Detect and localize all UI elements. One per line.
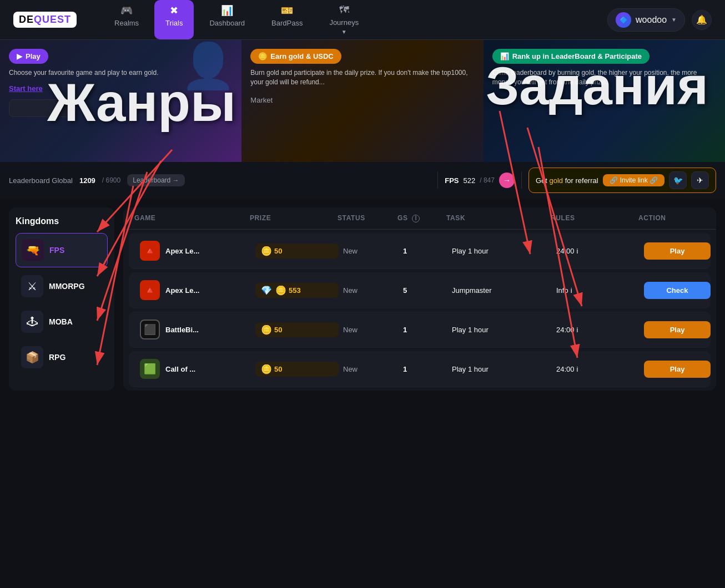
th-gs: GS i bbox=[397, 214, 442, 222]
coin-icon-1: 🪙 bbox=[261, 246, 272, 256]
banner-earn: 🪙 Earn gold & USDC Burn gold and partici… bbox=[241, 40, 483, 162]
play-button-3[interactable]: Play bbox=[644, 321, 711, 338]
notification-button[interactable]: 🔔 bbox=[692, 10, 712, 30]
game-logo-4: 🟩 bbox=[140, 359, 160, 379]
rules-2: Info i bbox=[556, 286, 640, 295]
nav-right: 🔷 woodoo ▼ 🔔 bbox=[607, 8, 712, 32]
rules-info-icon-1[interactable]: i bbox=[577, 247, 578, 255]
journeys-icon: 🗺 bbox=[339, 4, 349, 16]
nav-bardpass-label: BardPass bbox=[271, 19, 303, 27]
check-button-2[interactable]: Check bbox=[644, 282, 711, 299]
play-search-input[interactable] bbox=[9, 99, 75, 117]
referral-text: Get gold for referral bbox=[536, 176, 598, 185]
kingdom-item-rpg[interactable]: 📦 RPG bbox=[16, 341, 108, 374]
rules-info-icon-2[interactable]: i bbox=[571, 286, 572, 295]
gs-2: 5 bbox=[403, 286, 447, 295]
kingdom-item-mmorpg[interactable]: ⚔ MMORPG bbox=[16, 270, 108, 303]
prize-amount-1: 50 bbox=[274, 247, 282, 255]
prize-1: 🪙 50 bbox=[255, 244, 339, 258]
twitter-button[interactable]: 🐦 bbox=[669, 171, 687, 189]
play-badge[interactable]: ▶ Play bbox=[9, 49, 48, 64]
invite-link-button[interactable]: 🔗 Invite link 🔗 bbox=[603, 174, 664, 186]
dashboard-icon: 📊 bbox=[221, 4, 233, 17]
user-dropdown-icon: ▼ bbox=[671, 17, 677, 23]
fps-strip: FPS 522 / 847 → bbox=[445, 173, 515, 188]
task-1: Play 1 hour bbox=[452, 247, 552, 255]
strip-row: Leaderboard Global 1209 / 6900 Leaderboa… bbox=[0, 162, 725, 199]
kingdoms-sidebar: Kingdoms 🔫 FPS ⚔ MMORPG 🕹 MOBA 📦 RPG bbox=[9, 207, 114, 391]
nav-bardpass[interactable]: 🎫 BardPass bbox=[260, 0, 314, 39]
th-action: ACTION bbox=[638, 214, 705, 222]
realms-icon: 🎮 bbox=[120, 4, 133, 17]
game-name-2: Apex Le... bbox=[165, 286, 199, 295]
earn-badge-label: Earn gold & USDC bbox=[270, 52, 333, 60]
game-info-2: 🔺 Apex Le... bbox=[140, 280, 251, 300]
play-icon: ▶ bbox=[17, 52, 22, 60]
game-logo-3: ⬛ bbox=[140, 320, 160, 339]
logo[interactable]: DEQUEST bbox=[13, 12, 77, 28]
rules-4: 24:00 i bbox=[556, 365, 640, 373]
kingdom-item-moba[interactable]: 🕹 MOBA bbox=[16, 305, 108, 338]
market-label: Market bbox=[250, 96, 273, 104]
nav-realms-label: Realms bbox=[114, 19, 139, 27]
task-2: Jumpmaster bbox=[452, 286, 552, 295]
gs-4: 1 bbox=[403, 365, 447, 373]
telegram-button[interactable]: ✈ bbox=[691, 171, 709, 189]
nav-trials[interactable]: ✖ Trials bbox=[154, 0, 194, 39]
play-button-1[interactable]: Play bbox=[644, 242, 711, 260]
user-badge[interactable]: 🔷 woodoo ▼ bbox=[607, 8, 685, 32]
avatar: 🔷 bbox=[616, 12, 631, 28]
banners-row: ▶ Play Choose your favourite game and pl… bbox=[0, 40, 725, 162]
fps-arrow-button[interactable]: → bbox=[499, 173, 515, 188]
rank-banner-text: Clime leaderboard by burning gold, the h… bbox=[484, 64, 725, 92]
kingdom-item-fps[interactable]: 🔫 FPS bbox=[16, 233, 108, 267]
nav-journeys[interactable]: 🗺 Journeys ▼ bbox=[318, 0, 370, 39]
nav-realms[interactable]: 🎮 Realms bbox=[103, 0, 150, 39]
banner-rank: 📊 Rank up in LeaderBoard & Participate C… bbox=[484, 40, 725, 162]
prize-3: 🪙 50 bbox=[255, 322, 339, 337]
play-badge-label: Play bbox=[26, 52, 41, 60]
game-info-4: 🟩 Call of ... bbox=[140, 359, 251, 379]
prize-2: 💎 🪙 553 bbox=[255, 283, 339, 298]
diamond-icon-2: 💎 bbox=[261, 285, 272, 296]
play-button-4[interactable]: Play bbox=[644, 361, 711, 378]
twitter-icon: 🐦 bbox=[673, 176, 683, 185]
prize-amount-2: 553 bbox=[289, 286, 301, 295]
table-row: 🔺 Apex Le... 💎 🪙 553 New 5 Jumpmaster In… bbox=[129, 272, 711, 308]
status-3: New bbox=[343, 326, 399, 334]
th-status: STATUS bbox=[338, 214, 393, 222]
earn-banner-text: Burn gold and participate in the daily p… bbox=[241, 64, 483, 92]
nav-journeys-label: Journeys bbox=[329, 18, 359, 27]
journeys-dropdown-icon: ▼ bbox=[341, 29, 347, 35]
games-table: GAME PRIZE STATUS GS i TASK RULES ACTION… bbox=[123, 207, 716, 391]
gold-referral-strip: Get gold for referral 🔗 Invite link 🔗 🐦 … bbox=[528, 168, 716, 193]
nav-trials-label: Trials bbox=[165, 19, 183, 27]
rpg-kingdom-icon: 📦 bbox=[21, 346, 43, 368]
prize-4: 🪙 50 bbox=[255, 362, 339, 377]
rules-1: 24:00 i bbox=[556, 247, 640, 255]
th-rules: RULES bbox=[551, 214, 634, 222]
table-header: GAME PRIZE STATUS GS i TASK RULES ACTION bbox=[123, 207, 716, 230]
status-4: New bbox=[343, 365, 399, 373]
navbar: DEQUEST 🎮 Realms ✖ Trials 📊 Dashboard 🎫 … bbox=[0, 0, 725, 40]
th-prize: PRIZE bbox=[250, 214, 333, 222]
play-banner-art: 👤 bbox=[180, 40, 236, 92]
fps-max: / 847 bbox=[480, 176, 495, 184]
fps-bar: 522 / 847 → bbox=[464, 173, 515, 188]
earn-icon: 🪙 bbox=[258, 52, 267, 60]
gs-info-icon[interactable]: i bbox=[412, 215, 420, 222]
earn-badge[interactable]: 🪙 Earn gold & USDC bbox=[250, 49, 341, 64]
game-logo-1: 🔺 bbox=[140, 241, 160, 261]
rules-info-icon-3[interactable]: i bbox=[577, 326, 578, 334]
rules-info-icon-4[interactable]: i bbox=[577, 365, 578, 373]
kingdoms-title: Kingdoms bbox=[16, 216, 108, 226]
game-info-3: ⬛ BattleBi... bbox=[140, 320, 251, 339]
nav-dashboard[interactable]: 📊 Dashboard bbox=[198, 0, 256, 39]
leaderboard-button[interactable]: Leaderboard → bbox=[127, 174, 184, 186]
fps-score: 522 bbox=[464, 176, 476, 185]
fps-kingdom-icon: 🔫 bbox=[22, 239, 44, 261]
rank-badge[interactable]: 📊 Rank up in LeaderBoard & Participate bbox=[492, 49, 650, 64]
rpg-kingdom-label: RPG bbox=[49, 353, 66, 362]
mmorpg-kingdom-icon: ⚔ bbox=[21, 275, 43, 297]
task-4: Play 1 hour bbox=[452, 365, 552, 373]
